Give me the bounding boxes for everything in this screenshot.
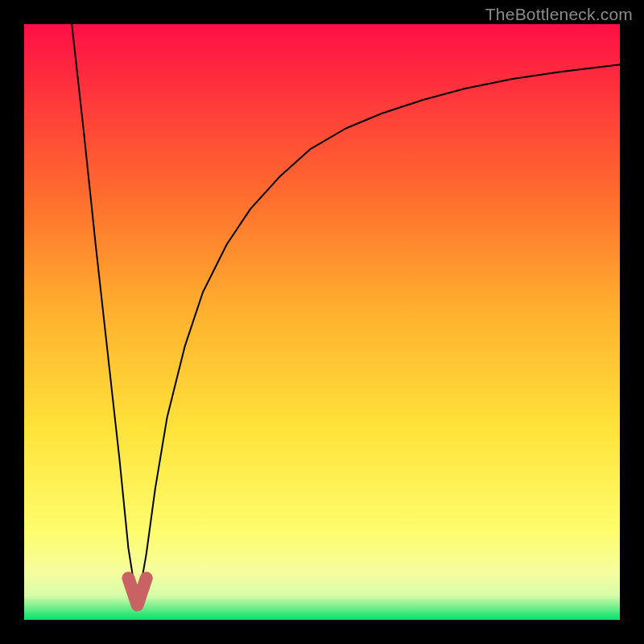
outer-frame: TheBottleneck.com (0, 0, 644, 644)
bottleneck-curve (24, 24, 620, 620)
plot-area (24, 24, 620, 620)
watermark-text: TheBottleneck.com (485, 5, 633, 24)
